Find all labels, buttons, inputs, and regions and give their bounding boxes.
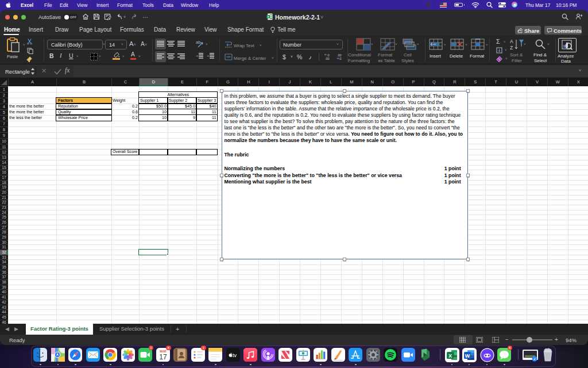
svg-text:W: W [465,352,470,358]
svg-text:.00: .00 [325,57,330,60]
svg-text:.0: .0 [339,57,342,60]
svg-text:Z: Z [510,45,513,51]
svg-text:ab: ab [196,40,200,45]
svg-text:A: A [510,39,513,44]
svg-text:17: 17 [159,353,167,361]
svg-text:X: X [448,352,452,358]
svg-text:tv: tv [233,352,237,358]
